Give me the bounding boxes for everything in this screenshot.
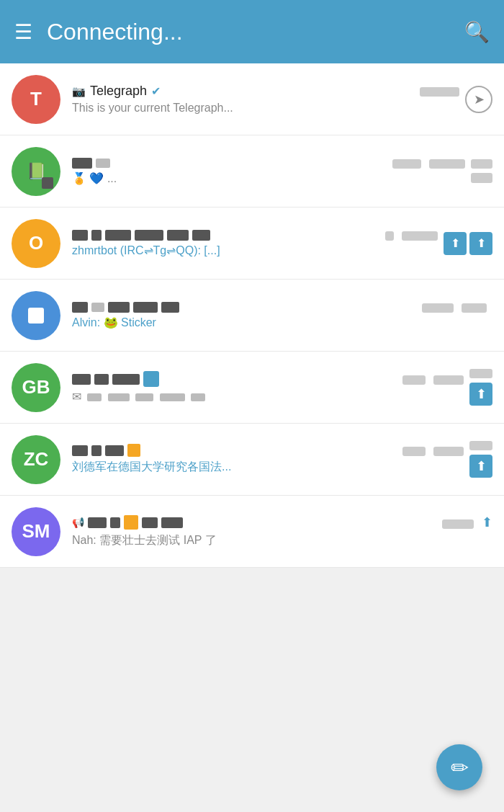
- chat-preview-2: 🏅 💙 ...: [72, 171, 465, 185]
- avatar-6: ZC: [12, 435, 60, 484]
- verified-badge: ✔: [151, 84, 161, 98]
- chat-time-6: [402, 445, 464, 455]
- camera-icon: 📷: [72, 85, 86, 98]
- avatar-3: O: [12, 219, 60, 268]
- chat-item-4[interactable]: Alvin: 🐸 Sticker: [0, 280, 504, 352]
- chat-right-6: ⬆: [469, 441, 492, 478]
- chat-preview-7: Nah: 需要壮士去测试 IAP 了: [72, 533, 492, 548]
- chat-content-3: zhmrt­bot (IRC⇌Tg⇌QQ): [...]: [72, 229, 438, 256]
- chat-name-telegraph: 📷 Telegraph ✔: [72, 84, 161, 99]
- avatar-5: GB: [12, 363, 60, 412]
- avatar-7: SM: [12, 507, 60, 556]
- chat-header-5: [72, 371, 464, 387]
- compose-fab-button[interactable]: ✏: [436, 744, 482, 790]
- chat-item-telegraph[interactable]: T 📷 Telegraph ✔ This is your current Tel…: [0, 63, 504, 135]
- chat-right-telegraph: ➤: [465, 86, 492, 113]
- top-bar: ☰ Connecting... 🔍: [0, 0, 504, 63]
- hamburger-icon[interactable]: ☰: [14, 20, 32, 44]
- chat-content-7: 📢 ⬆ Nah: 需要壮士去测试 IAP 了: [72, 514, 492, 548]
- chat-name-7: 📢: [72, 515, 183, 530]
- chat-name-2: [72, 158, 110, 169]
- chat-preview-4: Alvin: 🐸 Sticker: [72, 316, 487, 329]
- chat-header-7: 📢 ⬆: [72, 514, 492, 530]
- chat-item-3[interactable]: O zhmrt­bot (IRC⇌Tg⇌QQ): [...]: [0, 208, 504, 280]
- chat-content-4: Alvin: 🐸 Sticker: [72, 301, 487, 329]
- chat-name-3: [72, 230, 210, 241]
- forward-icon[interactable]: ➤: [465, 86, 492, 113]
- chat-preview-telegraph: This is your current Telegraph...: [72, 102, 459, 115]
- chat-content-5: ✉: [72, 371, 464, 403]
- chat-time-4: [422, 301, 487, 312]
- chat-name-6: [72, 444, 140, 457]
- chat-name-4: [72, 302, 179, 313]
- chat-time-telegraph: [420, 86, 459, 97]
- chat-header-6: [72, 444, 464, 457]
- chat-content-telegraph: 📷 Telegraph ✔ This is your current Teleg…: [72, 84, 459, 115]
- chat-preview-3: zhmrt­bot (IRC⇌Tg⇌QQ): [...]: [72, 244, 438, 257]
- chat-item-2[interactable]: 📗 🏅 💙 ...: [0, 135, 504, 208]
- chat-right-5: ⬆: [469, 369, 492, 406]
- chat-content-6: 刘德军在德国大学研究各国法...: [72, 444, 464, 475]
- chat-name-5: [72, 371, 159, 387]
- chat-time-7: ⬆: [442, 514, 492, 530]
- chat-header-3: [72, 229, 438, 240]
- chat-preview-6: 刘德军在德国大学研究各国法...: [72, 460, 464, 475]
- chat-time-5: [402, 373, 464, 384]
- chat-header-telegraph: 📷 Telegraph ✔: [72, 84, 459, 99]
- chat-header-2: [72, 157, 465, 168]
- chat-time-2: [392, 157, 465, 168]
- chat-item-7[interactable]: SM 📢 ⬆ Nah: 需要壮士去测试 IAP 了: [0, 496, 504, 568]
- chat-right-2: [471, 159, 492, 183]
- avatar-2: 📗: [12, 147, 60, 196]
- search-icon[interactable]: 🔍: [464, 20, 490, 44]
- avatar-4: [12, 291, 60, 340]
- chat-item-6[interactable]: ZC 刘德军在德国大学研究各国法... ⬆: [0, 424, 504, 496]
- chat-item-5[interactable]: GB ✉: [0, 352, 504, 424]
- avatar-telegraph: T: [12, 75, 60, 124]
- chat-list: T 📷 Telegraph ✔ This is your current Tel…: [0, 63, 504, 568]
- chat-time-3: [385, 229, 438, 240]
- page-title: Connecting...: [47, 19, 464, 45]
- chat-content-2: 🏅 💙 ...: [72, 157, 465, 184]
- chat-preview-5: ✉: [72, 390, 464, 403]
- chat-right-3: ⬆ ⬆: [444, 232, 492, 255]
- chat-header-4: [72, 301, 487, 312]
